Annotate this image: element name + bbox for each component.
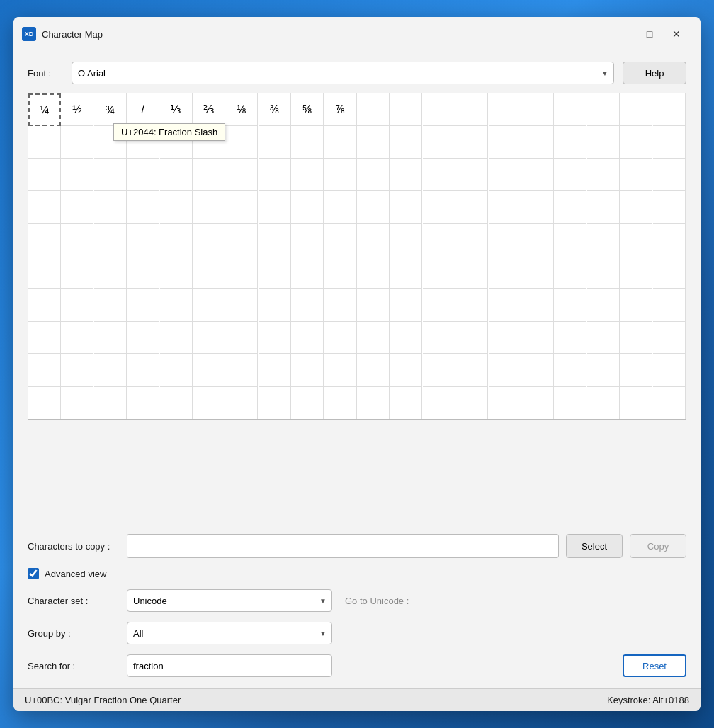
char-cell[interactable]: ⅞ <box>324 93 357 126</box>
copy-button[interactable]: Copy <box>630 534 686 558</box>
reset-button[interactable]: Reset <box>623 654 686 677</box>
char-cell[interactable] <box>291 289 324 322</box>
char-cell[interactable] <box>620 289 652 322</box>
char-cell[interactable] <box>489 387 521 419</box>
char-cell[interactable] <box>489 159 521 191</box>
char-cell[interactable]: ⅓ <box>160 93 193 126</box>
maximize-button[interactable]: □ <box>637 24 662 44</box>
char-cell[interactable] <box>455 256 488 289</box>
char-cell[interactable] <box>160 126 193 159</box>
char-cell[interactable] <box>489 354 521 387</box>
char-cell[interactable] <box>28 387 61 419</box>
char-cell[interactable]: / <box>127 93 159 126</box>
char-cell[interactable] <box>28 126 61 159</box>
char-cell[interactable] <box>357 322 390 354</box>
char-cell[interactable] <box>423 322 455 354</box>
char-cell[interactable] <box>61 289 94 322</box>
char-cell[interactable] <box>423 387 455 419</box>
char-cell[interactable] <box>620 256 652 289</box>
char-cell[interactable] <box>193 224 225 256</box>
char-cell[interactable] <box>554 93 586 126</box>
char-cell[interactable] <box>127 191 159 224</box>
help-button[interactable]: Help <box>623 62 686 84</box>
char-cell[interactable] <box>324 256 357 289</box>
char-cell[interactable] <box>521 256 554 289</box>
font-select[interactable]: O Arial <box>72 62 614 84</box>
char-cell[interactable] <box>28 322 61 354</box>
char-cell[interactable] <box>127 159 159 191</box>
char-cell[interactable] <box>423 191 455 224</box>
char-cell[interactable] <box>94 354 127 387</box>
char-cell[interactable] <box>653 191 686 224</box>
char-cell[interactable] <box>259 289 291 322</box>
char-cell[interactable] <box>620 93 652 126</box>
char-cell[interactable] <box>160 191 193 224</box>
char-cell[interactable] <box>423 159 455 191</box>
char-cell[interactable] <box>160 289 193 322</box>
char-cell[interactable] <box>455 322 488 354</box>
char-cell[interactable] <box>455 289 488 322</box>
select-button[interactable]: Select <box>566 534 623 558</box>
char-cell[interactable] <box>357 289 390 322</box>
char-cell[interactable] <box>291 322 324 354</box>
search-input[interactable] <box>127 654 332 677</box>
char-cell[interactable] <box>61 354 94 387</box>
char-cell[interactable] <box>489 93 521 126</box>
char-cell[interactable] <box>357 387 390 419</box>
char-cell[interactable]: ¼ <box>28 93 61 126</box>
close-button[interactable]: ✕ <box>664 24 689 44</box>
char-cell[interactable] <box>324 354 357 387</box>
char-cell[interactable] <box>521 354 554 387</box>
char-cell[interactable] <box>160 387 193 419</box>
char-set-select[interactable]: Unicode <box>127 589 332 612</box>
char-cell[interactable] <box>94 191 127 224</box>
char-cell[interactable] <box>357 159 390 191</box>
char-cell[interactable] <box>259 159 291 191</box>
char-cell[interactable] <box>225 256 258 289</box>
char-cell[interactable] <box>455 387 488 419</box>
char-cell[interactable] <box>127 289 159 322</box>
char-cell[interactable] <box>587 191 620 224</box>
char-cell[interactable] <box>324 289 357 322</box>
char-cell[interactable] <box>455 354 488 387</box>
char-cell[interactable] <box>259 387 291 419</box>
char-cell[interactable] <box>521 159 554 191</box>
char-cell[interactable] <box>521 191 554 224</box>
group-by-select[interactable]: All <box>127 622 332 644</box>
char-cell[interactable] <box>521 322 554 354</box>
char-cell[interactable] <box>587 126 620 159</box>
char-cell[interactable] <box>28 256 61 289</box>
char-cell[interactable] <box>521 289 554 322</box>
char-cell[interactable] <box>357 191 390 224</box>
char-cell[interactable] <box>357 354 390 387</box>
char-cell[interactable] <box>423 289 455 322</box>
char-cell[interactable] <box>455 159 488 191</box>
char-cell[interactable] <box>61 224 94 256</box>
char-cell[interactable] <box>61 322 94 354</box>
char-cell[interactable] <box>653 354 686 387</box>
char-cell[interactable] <box>193 191 225 224</box>
char-cell[interactable] <box>61 387 94 419</box>
char-cell[interactable] <box>127 256 159 289</box>
char-cell[interactable] <box>225 159 258 191</box>
char-cell[interactable] <box>587 322 620 354</box>
char-cell[interactable] <box>390 159 422 191</box>
char-cell[interactable] <box>390 256 422 289</box>
char-cell[interactable] <box>554 322 586 354</box>
char-cell[interactable] <box>357 93 390 126</box>
char-cell[interactable] <box>324 159 357 191</box>
char-cell[interactable] <box>620 191 652 224</box>
char-cell[interactable] <box>61 191 94 224</box>
char-cell[interactable] <box>587 354 620 387</box>
char-cell[interactable] <box>291 191 324 224</box>
char-cell[interactable] <box>94 256 127 289</box>
char-cell[interactable] <box>193 159 225 191</box>
char-cell[interactable] <box>160 322 193 354</box>
char-cell[interactable] <box>390 93 422 126</box>
char-cell[interactable] <box>554 126 586 159</box>
char-cell[interactable] <box>489 191 521 224</box>
minimize-button[interactable]: — <box>610 24 635 44</box>
char-cell[interactable]: ⅜ <box>259 93 291 126</box>
char-cell[interactable] <box>554 224 586 256</box>
char-cell[interactable] <box>653 159 686 191</box>
